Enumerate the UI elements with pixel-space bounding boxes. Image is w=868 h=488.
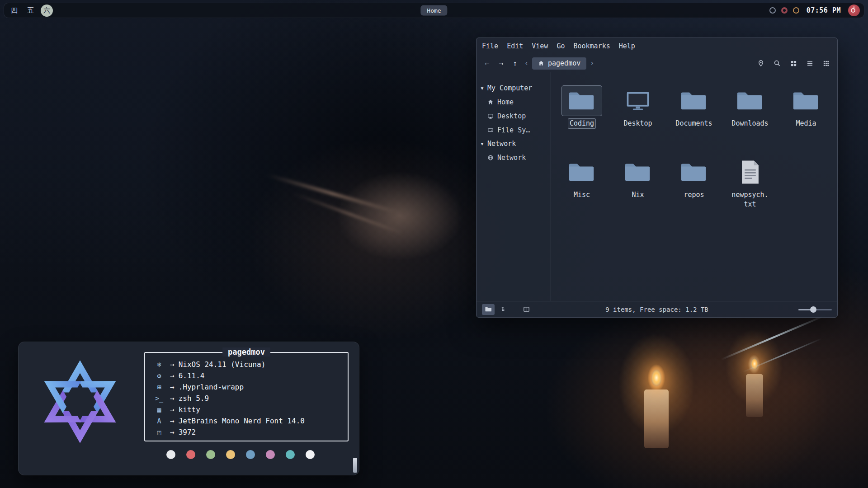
back-button[interactable]: ← bbox=[481, 57, 493, 69]
folder-icon bbox=[786, 86, 826, 116]
top-bar-right-modules: 07:56 PM bbox=[769, 5, 860, 16]
expander-icon: ▾ bbox=[480, 140, 484, 148]
menu-view[interactable]: View bbox=[532, 42, 548, 50]
sidebar-section-label: Network bbox=[487, 140, 516, 148]
palette-dot bbox=[206, 450, 215, 459]
slider-knob[interactable] bbox=[810, 306, 816, 313]
path-segment-home[interactable]: pagedmov bbox=[532, 57, 586, 70]
monitor-icon bbox=[487, 113, 494, 119]
folder-icon bbox=[485, 306, 492, 312]
file-item-repos[interactable]: repos bbox=[666, 155, 722, 227]
sidebar-section-network[interactable]: ▾ Network bbox=[476, 137, 551, 150]
menu-bookmarks[interactable]: Bookmarks bbox=[573, 42, 610, 50]
clock: 07:56 PM bbox=[807, 6, 841, 14]
sidebar-item-label: Home bbox=[497, 98, 514, 106]
sidebar-section-my-computer[interactable]: ▾ My Computer bbox=[476, 81, 551, 95]
alert-circle-icon[interactable] bbox=[793, 7, 799, 14]
terminal-app-icon: ▦ bbox=[152, 406, 166, 414]
fetch-row-os: ❄ → NixOS 24.11 (Vicuna) bbox=[152, 359, 348, 370]
power-button[interactable] bbox=[848, 5, 860, 16]
places-pane-button[interactable] bbox=[482, 304, 495, 315]
file-item-nix[interactable]: Nix bbox=[610, 155, 666, 227]
window-manager-icon: ⊞ bbox=[152, 383, 166, 391]
menu-edit[interactable]: Edit bbox=[507, 42, 523, 50]
fetch-info-box: pagedmov ❄ → NixOS 24.11 (Vicuna) ⚙ → 6.… bbox=[144, 352, 349, 441]
workspace-4[interactable]: 四 bbox=[8, 5, 20, 17]
folder-icon bbox=[674, 157, 714, 187]
icon-view-button[interactable] bbox=[788, 58, 798, 68]
file-label: repos bbox=[682, 190, 705, 200]
icon-size-slider[interactable] bbox=[798, 306, 832, 313]
workspace-5[interactable]: 五 bbox=[24, 5, 37, 17]
toolbar-right-buttons bbox=[756, 58, 833, 68]
small-grid-icon bbox=[823, 60, 830, 67]
path-scroll-left-button[interactable]: ‹ bbox=[523, 59, 530, 67]
file-item-newpsych-txt[interactable]: newpsych.txt bbox=[722, 155, 778, 227]
globe-icon bbox=[487, 155, 494, 161]
file-item-misc[interactable]: Misc bbox=[554, 155, 610, 227]
folder-icon bbox=[674, 86, 714, 116]
arrow-icon: → bbox=[170, 371, 175, 380]
file-item-coding[interactable]: Coding bbox=[554, 84, 610, 155]
sidebar-item-home[interactable]: Home bbox=[476, 95, 551, 109]
file-label: Desktop bbox=[622, 119, 653, 128]
file-item-desktop[interactable]: Desktop bbox=[610, 84, 666, 155]
menu-help[interactable]: Help bbox=[619, 42, 635, 50]
wallpaper-candle-flame bbox=[651, 370, 661, 386]
folder-icon bbox=[562, 86, 602, 116]
sidebar-item-label: File Sy… bbox=[497, 126, 530, 134]
location-pin-button[interactable] bbox=[756, 58, 766, 68]
forward-button[interactable]: → bbox=[495, 57, 507, 69]
folder-icon bbox=[562, 157, 602, 187]
search-button[interactable] bbox=[772, 58, 782, 68]
fetch-rows: ❄ → NixOS 24.11 (Vicuna) ⚙ → 6.11.4 ⊞ → … bbox=[145, 353, 348, 438]
arrow-icon: → bbox=[170, 383, 175, 391]
palette-dot bbox=[246, 450, 255, 459]
workspace-6-active[interactable]: 六 bbox=[41, 5, 53, 17]
palette-dot bbox=[186, 450, 195, 459]
fetch-value: 3972 bbox=[179, 428, 196, 436]
status-circle-icon[interactable] bbox=[769, 7, 776, 14]
list-view-button[interactable] bbox=[805, 58, 815, 68]
record-circle-icon[interactable] bbox=[781, 7, 788, 14]
palette-dot bbox=[166, 450, 175, 459]
file-label: Nix bbox=[630, 190, 645, 200]
expander-icon: ▾ bbox=[480, 84, 484, 92]
split-view-button[interactable] bbox=[520, 304, 533, 315]
sidebar-item-desktop[interactable]: Desktop bbox=[476, 109, 551, 123]
fetch-handle-bar bbox=[353, 458, 357, 473]
file-item-documents[interactable]: Documents bbox=[666, 84, 722, 155]
desktop: 四 五 六 Home 07:56 PM File Edit View Go Bo… bbox=[0, 0, 868, 488]
file-label: Documents bbox=[674, 119, 713, 128]
menu-go[interactable]: Go bbox=[557, 42, 565, 50]
fetch-value: .Hyprland-wrapp bbox=[179, 383, 244, 391]
font-icon: A bbox=[152, 417, 166, 425]
file-item-downloads[interactable]: Downloads bbox=[722, 84, 778, 155]
fetch-value: 6.11.4 bbox=[179, 371, 205, 380]
menu-file[interactable]: File bbox=[482, 42, 498, 50]
arrow-icon: → bbox=[170, 394, 175, 403]
sidebar-item-network[interactable]: Network bbox=[476, 150, 551, 164]
grid-icon bbox=[790, 60, 797, 67]
file-item-media[interactable]: Media bbox=[778, 84, 834, 155]
fetch-value: zsh 5.9 bbox=[179, 394, 209, 403]
file-grid: Coding Desktop Documents bbox=[551, 72, 837, 301]
fetch-value: NixOS 24.11 (Vicuna) bbox=[179, 360, 266, 369]
fetch-value: JetBrains Mono Nerd Font 14.0 bbox=[179, 417, 305, 425]
menu-bar: File Edit View Go Bookmarks Help bbox=[476, 38, 837, 54]
status-bar: 9 items, Free space: 1.2 TB bbox=[476, 301, 837, 317]
hostname: pagedmov bbox=[222, 347, 270, 357]
compact-view-button[interactable] bbox=[821, 58, 831, 68]
fetch-row-packages: ◰ → 3972 bbox=[152, 427, 348, 438]
arrow-icon: → bbox=[170, 405, 175, 414]
sidebar-item-file-system[interactable]: File Sy… bbox=[476, 123, 551, 137]
path-scroll-right-button[interactable]: › bbox=[589, 59, 595, 67]
drive-icon bbox=[487, 127, 494, 133]
folder-icon bbox=[618, 157, 658, 187]
pin-icon bbox=[757, 60, 764, 67]
up-button[interactable]: ↑ bbox=[509, 57, 521, 69]
file-label: Media bbox=[794, 119, 817, 128]
terminal-prompt-icon: >_ bbox=[152, 394, 166, 403]
file-label: Coding bbox=[568, 119, 595, 128]
tree-pane-button[interactable] bbox=[497, 304, 510, 315]
